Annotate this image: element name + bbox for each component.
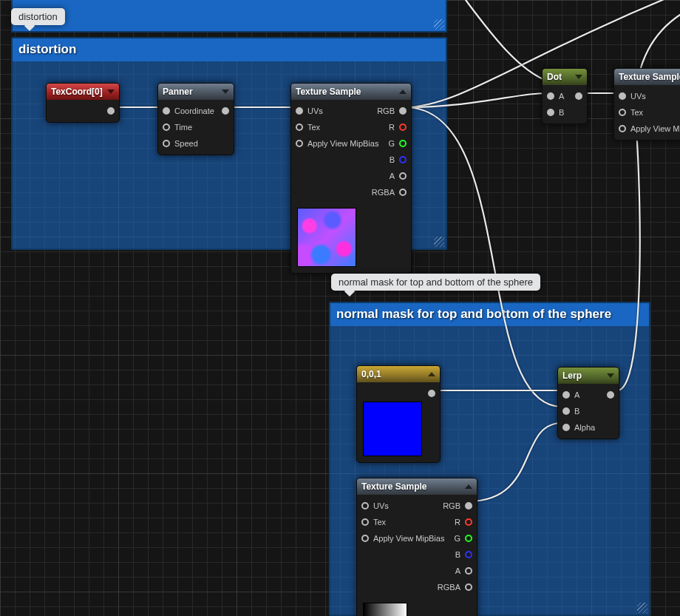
color-swatch[interactable] bbox=[363, 402, 422, 456]
pin-label: Tex bbox=[307, 123, 320, 132]
node-header[interactable]: TexCoord[0] bbox=[47, 84, 119, 100]
pin-label: Apply View MipBias bbox=[307, 139, 378, 148]
pin-in-mipbias[interactable] bbox=[619, 125, 626, 132]
node-title: Dot bbox=[547, 72, 571, 82]
node-title: TexCoord[0] bbox=[51, 87, 103, 97]
pin-in-tex[interactable] bbox=[361, 518, 369, 526]
pin-label: Apply View MipBias bbox=[373, 534, 444, 543]
pin-out-r[interactable] bbox=[399, 123, 407, 131]
node-constant3vector[interactable]: 0,0,1 bbox=[356, 365, 441, 463]
pin-label: RGB bbox=[377, 106, 395, 115]
pin-label: UVs bbox=[630, 92, 646, 101]
node-title: Texture Sample bbox=[361, 481, 460, 492]
pin-in-uvs[interactable] bbox=[361, 502, 369, 510]
pin-label: R bbox=[455, 518, 460, 527]
pin-label: Tex bbox=[630, 108, 643, 117]
resize-grip-icon[interactable] bbox=[434, 19, 444, 30]
pin-label: G bbox=[454, 534, 460, 543]
pin-label: Coordinate bbox=[174, 106, 214, 115]
node-title: Texture Sample bbox=[296, 87, 395, 97]
node-dot[interactable]: Dot A B bbox=[542, 68, 588, 124]
node-header[interactable]: Texture Sample bbox=[357, 478, 477, 495]
pin-label: Apply View MipBi bbox=[630, 124, 680, 133]
pin-out[interactable] bbox=[222, 107, 229, 115]
pin-label: RGBA bbox=[438, 583, 460, 592]
chevron-up-icon[interactable] bbox=[428, 372, 435, 376]
pin-label: B bbox=[574, 407, 579, 416]
chevron-down-icon[interactable] bbox=[222, 89, 229, 94]
chevron-up-icon[interactable] bbox=[399, 89, 407, 94]
comment-title-mask[interactable]: normal mask for top and bottom of the sp… bbox=[330, 303, 649, 326]
pin-in-a[interactable] bbox=[562, 391, 570, 399]
node-title: 0,0,1 bbox=[361, 369, 424, 379]
pin-label: UVs bbox=[307, 106, 323, 115]
pin-out[interactable] bbox=[107, 107, 115, 115]
pin-in-tex[interactable] bbox=[296, 123, 303, 131]
pin-label: UVs bbox=[373, 501, 389, 510]
pin-label: Alpha bbox=[574, 423, 595, 432]
pin-in-mipbias[interactable] bbox=[361, 535, 369, 542]
pin-out-rgba[interactable] bbox=[465, 583, 472, 591]
pin-out-b[interactable] bbox=[399, 156, 407, 163]
pin-out-b[interactable] bbox=[465, 551, 472, 558]
pin-out-rgb[interactable] bbox=[465, 502, 472, 510]
pin-out-rgba[interactable] bbox=[399, 189, 407, 196]
pin-out[interactable] bbox=[428, 390, 435, 397]
node-texture-sample-3[interactable]: Texture Sample UVs RGB Tex R Apply View … bbox=[356, 478, 477, 616]
node-title: Panner bbox=[163, 87, 217, 97]
pin-in-speed[interactable] bbox=[163, 140, 170, 147]
texture-thumbnail[interactable] bbox=[363, 603, 407, 616]
node-header[interactable]: Texture Sample bbox=[614, 69, 680, 85]
pin-out-r[interactable] bbox=[465, 518, 472, 526]
pin-out[interactable] bbox=[575, 92, 582, 100]
texture-thumbnail[interactable] bbox=[297, 208, 356, 267]
pin-label: B bbox=[455, 550, 460, 559]
pin-in-a[interactable] bbox=[547, 92, 554, 100]
pin-out-g[interactable] bbox=[399, 140, 407, 147]
pin-out-rgb[interactable] bbox=[399, 107, 407, 115]
pin-label: B bbox=[559, 108, 564, 117]
node-header[interactable]: 0,0,1 bbox=[357, 366, 440, 382]
pin-label: A bbox=[559, 92, 564, 101]
pin-in-coordinate[interactable] bbox=[163, 107, 170, 115]
node-lerp[interactable]: Lerp A B Alpha bbox=[557, 367, 619, 439]
comment-title-distortion[interactable]: distortion bbox=[13, 38, 446, 61]
chevron-down-icon[interactable] bbox=[607, 373, 614, 378]
pin-label: RGB bbox=[443, 501, 460, 510]
resize-grip-icon[interactable] bbox=[434, 237, 444, 247]
pin-label: Tex bbox=[373, 518, 386, 527]
pin-in-b[interactable] bbox=[562, 407, 570, 415]
pin-label: B bbox=[390, 155, 395, 164]
pin-label: A bbox=[390, 172, 395, 180]
pin-out-a[interactable] bbox=[399, 172, 407, 180]
pin-out-g[interactable] bbox=[465, 535, 472, 542]
pin-in-alpha[interactable] bbox=[562, 424, 570, 431]
node-header[interactable]: Panner bbox=[158, 84, 234, 100]
pin-in-mipbias[interactable] bbox=[296, 140, 303, 147]
comment-box-upper-edge[interactable] bbox=[11, 0, 447, 33]
pin-in-time[interactable] bbox=[163, 123, 170, 131]
chevron-down-icon[interactable] bbox=[107, 89, 115, 94]
node-title: Texture Sample bbox=[619, 72, 680, 82]
node-header[interactable]: Lerp bbox=[558, 368, 619, 384]
node-texture-sample-2[interactable]: Texture Sample UVs Tex Apply View MipBi bbox=[613, 68, 680, 141]
pin-out[interactable] bbox=[607, 391, 614, 399]
pin-label: Speed bbox=[174, 139, 198, 148]
pin-label: A bbox=[455, 566, 460, 575]
node-header[interactable]: Dot bbox=[543, 69, 587, 85]
node-texture-sample-1[interactable]: Texture Sample UVs RGB Tex R Apply View … bbox=[290, 83, 412, 274]
resize-grip-icon[interactable] bbox=[637, 603, 647, 613]
pin-in-uvs[interactable] bbox=[296, 107, 303, 115]
pin-label: RGBA bbox=[372, 188, 395, 197]
pin-in-uvs[interactable] bbox=[619, 92, 626, 100]
chevron-up-icon[interactable] bbox=[465, 484, 472, 489]
node-panner[interactable]: Panner Coordinate Time Speed bbox=[157, 83, 234, 155]
chevron-down-icon[interactable] bbox=[575, 75, 582, 79]
pin-out-a[interactable] bbox=[465, 567, 472, 575]
pin-label: Time bbox=[174, 123, 192, 132]
node-title: Lerp bbox=[562, 370, 602, 381]
node-texcoord[interactable]: TexCoord[0] bbox=[46, 83, 120, 123]
pin-in-tex[interactable] bbox=[619, 109, 626, 116]
pin-in-b[interactable] bbox=[547, 109, 554, 116]
node-header[interactable]: Texture Sample bbox=[291, 84, 411, 100]
